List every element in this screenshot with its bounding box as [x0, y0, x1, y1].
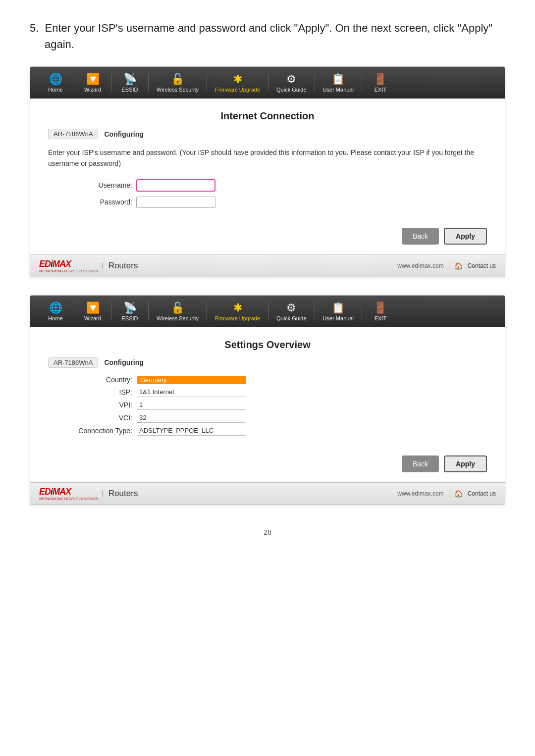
logo-routers-2: Routers [108, 489, 138, 499]
nav-divider [268, 74, 268, 92]
logo-routers-1: Routers [108, 261, 138, 271]
password-row: Password: [88, 197, 487, 208]
password-input[interactable] [136, 197, 215, 208]
essid-icon: 📡 [123, 73, 137, 86]
user-manual-icon: 📋 [331, 73, 345, 86]
back-button-2[interactable]: Back [402, 455, 439, 472]
nav-wizard-1[interactable]: 🔽 Wizard [75, 71, 110, 95]
breadcrumb-model-1: AR-7186WnA [48, 129, 98, 139]
logo-sub-2: NETWORKING PEOPLE TOGETHER [39, 497, 98, 501]
wireless-security-icon: 🔓 [171, 73, 184, 86]
footer-right-1: www.edimax.com 🏠 Contact us [397, 262, 496, 270]
step-number: 5. [30, 22, 39, 34]
footer-divider-1 [102, 262, 103, 269]
firmware-icon-2: ✱ [233, 302, 242, 314]
panel-internet-connection: 🌐 Home 🔽 Wizard 📡 ESSID 🔓 Wireless Secur… [30, 66, 505, 277]
footer-divider-mid-1 [449, 262, 449, 269]
settings-label: Connection Type: [48, 427, 132, 435]
footer-contact-2[interactable]: Contact us [468, 490, 496, 497]
step-instruction: 5. Enter your ISP's username and passwor… [30, 20, 505, 52]
nav-exit-1[interactable]: 🚪 EXIT [363, 71, 398, 95]
panel1-content: Internet Connection AR-7186WnA Configuri… [30, 99, 505, 254]
nav-divider [111, 74, 111, 92]
breadcrumb-model-2: AR-7186WnA [48, 357, 98, 368]
nav-wizard-label-2: Wizard [84, 315, 101, 321]
panel1-description: Enter your ISP's username and password. … [48, 147, 487, 169]
globe-icon-2: 🌐 [49, 302, 62, 314]
nav-wireless-security-1[interactable]: 🔓 Wireless Security [150, 71, 206, 95]
apply-button-2[interactable]: Apply [444, 455, 487, 472]
nav-home-label-2: Home [48, 315, 62, 321]
settings-label: Country: [48, 376, 132, 384]
username-label: Username: [88, 181, 132, 189]
nav-exit-2[interactable]: 🚪 EXIT [363, 300, 398, 323]
nav-divider [315, 74, 315, 92]
panel2-title: Settings Overview [48, 339, 487, 351]
step-text: Enter your ISP's username and password a… [45, 22, 492, 50]
nav-divider [207, 74, 207, 92]
settings-value: Germany [137, 376, 246, 384]
nav-exit-label-2: EXIT [374, 315, 386, 321]
settings-row: Connection Type:ADSLTYPE_PPPOE_LLC [48, 426, 487, 436]
panel2-content: Settings Overview AR-7186WnA Configuring… [30, 327, 505, 482]
settings-label: VPI: [48, 401, 132, 409]
nav-home-1[interactable]: 🌐 Home [38, 71, 73, 95]
footer-contact-1[interactable]: Contact us [468, 262, 496, 269]
nav-quick-guide-2[interactable]: ⚙ Quick Guide [269, 300, 314, 323]
nav-user-manual-1[interactable]: 📋 User Manual [316, 71, 361, 95]
nav-bar-2: 🌐 Home 🔽 Wizard 📡 ESSID 🔓 Wireless Secur… [30, 296, 505, 327]
wizard-icon-2: 🔽 [86, 302, 100, 314]
nav-user-manual-label: User Manual [323, 87, 354, 93]
nav-wizard-2[interactable]: 🔽 Wizard [75, 300, 110, 323]
apply-button-1[interactable]: Apply [444, 228, 487, 245]
nav-user-manual-2[interactable]: 📋 User Manual [316, 300, 361, 323]
nav-wireless-security-label: Wireless Security [157, 87, 199, 93]
edimax-logo-1: EDiMAX NETWORKING PEOPLE TOGETHER Router… [39, 259, 138, 273]
nav-essid-2[interactable]: 📡 ESSID [112, 300, 147, 323]
nav-quick-guide-1[interactable]: ⚙ Quick Guide [269, 71, 314, 95]
quick-guide-icon: ⚙ [286, 73, 296, 86]
nav-essid-label-2: ESSID [121, 315, 138, 321]
nav-firmware-label-2: Firmware Upgrade [215, 315, 260, 321]
nav-divider-2c [148, 302, 149, 320]
nav-wireless-security-label-2: Wireless Security [157, 315, 199, 321]
nav-home-2[interactable]: 🌐 Home [38, 300, 73, 323]
exit-icon: 🚪 [374, 73, 387, 86]
nav-home-label: Home [48, 87, 62, 93]
nav-wizard-label: Wizard [84, 87, 101, 93]
password-label: Password: [88, 198, 132, 206]
breadcrumb-row-1: AR-7186WnA Configuring [48, 129, 487, 139]
nav-divider [362, 74, 362, 92]
panel1-footer: EDiMAX NETWORKING PEOPLE TOGETHER Router… [30, 254, 505, 277]
nav-bar-1: 🌐 Home 🔽 Wizard 📡 ESSID 🔓 Wireless Secur… [30, 67, 505, 99]
nav-divider-2f [315, 302, 315, 320]
nav-divider-2b [111, 302, 111, 320]
logo-text-1: EDiMAX [39, 259, 71, 269]
panel-settings-overview: 🌐 Home 🔽 Wizard 📡 ESSID 🔓 Wireless Secur… [30, 295, 505, 505]
footer-website-1: www.edimax.com [397, 262, 443, 269]
settings-value: 1&1 Internet [137, 387, 246, 397]
breadcrumb-step-1: Configuring [104, 130, 143, 138]
nav-divider-2 [74, 302, 74, 320]
username-input[interactable] [136, 179, 215, 192]
settings-row: ISP:1&1 Internet [48, 387, 487, 397]
contact-icon-1: 🏠 [454, 262, 463, 270]
nav-divider-2d [207, 302, 207, 320]
nav-firmware-2[interactable]: ✱ Firmware Upgrade [208, 300, 267, 323]
nav-firmware-1[interactable]: ✱ Firmware Upgrade [208, 71, 267, 95]
nav-essid-1[interactable]: 📡 ESSID [112, 71, 147, 95]
nav-wireless-security-2[interactable]: 🔓 Wireless Security [150, 300, 206, 323]
settings-label: ISP: [48, 388, 132, 396]
back-button-1[interactable]: Back [402, 228, 439, 245]
footer-right-2: www.edimax.com 🏠 Contact us [397, 490, 496, 498]
nav-firmware-label: Firmware Upgrade [215, 87, 260, 93]
edimax-logo-2: EDiMAX NETWORKING PEOPLE TOGETHER Router… [39, 487, 138, 501]
settings-value: ADSLTYPE_PPPOE_LLC [137, 426, 246, 436]
breadcrumb-row-2: AR-7186WnA Configuring [48, 357, 487, 368]
exit-icon-2: 🚪 [374, 302, 387, 314]
quick-guide-icon-2: ⚙ [286, 302, 296, 314]
settings-value: 1 [137, 400, 246, 410]
settings-table: Country:GermanyISP:1&1 InternetVPI:1VCI:… [48, 376, 487, 436]
globe-icon: 🌐 [49, 73, 62, 86]
logo-sub-1: NETWORKING PEOPLE TOGETHER [39, 269, 98, 273]
